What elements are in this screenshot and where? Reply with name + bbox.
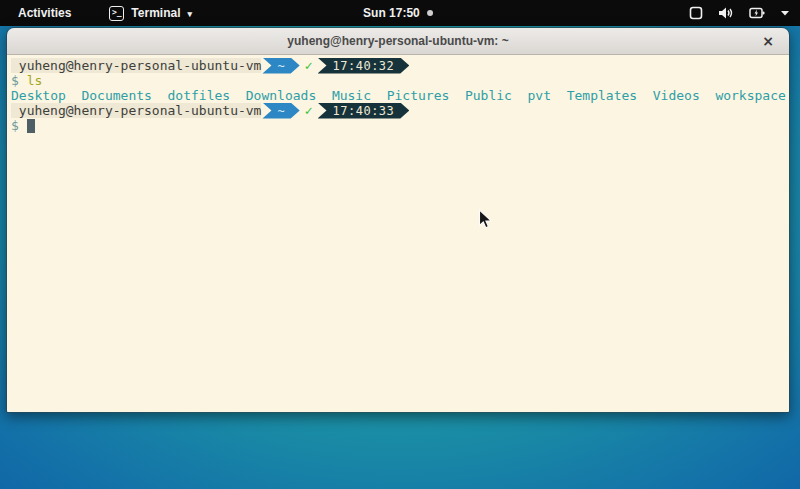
battery-charging-icon — [749, 6, 765, 20]
terminal-window: yuheng@henry-personal-ubuntu-vm: ~ × yuh… — [6, 27, 790, 413]
prompt-symbol: $ — [11, 73, 19, 88]
chevron-down-icon — [780, 9, 790, 17]
notification-tray-icon — [689, 6, 703, 20]
activities-button[interactable]: Activities — [10, 4, 79, 22]
prompt-symbol: $ — [11, 118, 19, 133]
prompt-cwd-segment: ~ — [262, 103, 299, 119]
spacer — [19, 118, 27, 133]
terminal-block-cursor — [27, 119, 35, 133]
desktop: { "top_bar": { "activities_label": "Acti… — [0, 0, 800, 489]
prompt-cwd-segment: ~ — [262, 58, 299, 74]
prompt-user-host: yuheng@henry-personal-ubuntu-vm — [11, 58, 261, 73]
directory-name: Public — [465, 88, 512, 103]
system-status-area[interactable] — [689, 0, 790, 26]
check-icon: ✓ — [305, 103, 313, 118]
directory-name: pvt — [528, 88, 551, 103]
ls-output-row: DesktopDocumentsdotfilesDownloadsMusicPi… — [11, 88, 787, 103]
clock-label: Sun 17:50 — [363, 6, 420, 20]
notification-dot-icon — [427, 10, 433, 16]
terminal-screen[interactable]: yuheng@henry-personal-ubuntu-vm ~ ✓ 17:4… — [7, 55, 789, 413]
window-titlebar[interactable]: yuheng@henry-personal-ubuntu-vm: ~ × — [7, 28, 789, 55]
volume-icon — [718, 6, 734, 20]
terminal-icon: >_ — [109, 6, 124, 21]
prompt-time-segment: 17:40:33 — [318, 103, 410, 119]
directory-name: workspace — [715, 88, 785, 103]
chevron-down-icon: ▾ — [187, 9, 192, 19]
input-line: $ — [11, 118, 787, 133]
directory-name: Templates — [567, 88, 637, 103]
prompt-line: yuheng@henry-personal-ubuntu-vm ~ ✓ 17:4… — [11, 103, 787, 118]
typed-command: ls — [27, 73, 43, 88]
prompt-user-host: yuheng@henry-personal-ubuntu-vm — [11, 103, 261, 118]
prompt-line: yuheng@henry-personal-ubuntu-vm ~ ✓ 17:4… — [11, 58, 787, 73]
app-menu-terminal[interactable]: >_ Terminal ▾ — [109, 6, 192, 21]
prompt-time-segment: 17:40:32 — [318, 58, 410, 74]
clock-menu[interactable]: Sun 17:50 — [363, 6, 433, 20]
directory-name: Pictures — [387, 88, 450, 103]
directory-name: Documents — [81, 88, 151, 103]
command-line: $ ls — [11, 73, 787, 88]
spacer — [19, 73, 27, 88]
window-title: yuheng@henry-personal-ubuntu-vm: ~ — [287, 34, 508, 48]
directory-name: Downloads — [246, 88, 316, 103]
directory-name: Videos — [653, 88, 700, 103]
directory-name: dotfiles — [168, 88, 231, 103]
check-icon: ✓ — [305, 58, 313, 73]
close-button[interactable]: × — [760, 33, 776, 49]
directory-name: Desktop — [11, 88, 66, 103]
directory-name: Music — [332, 88, 371, 103]
top-bar: Activities >_ Terminal ▾ Sun 17:50 — [0, 0, 800, 26]
app-menu-label: Terminal — [131, 6, 180, 20]
